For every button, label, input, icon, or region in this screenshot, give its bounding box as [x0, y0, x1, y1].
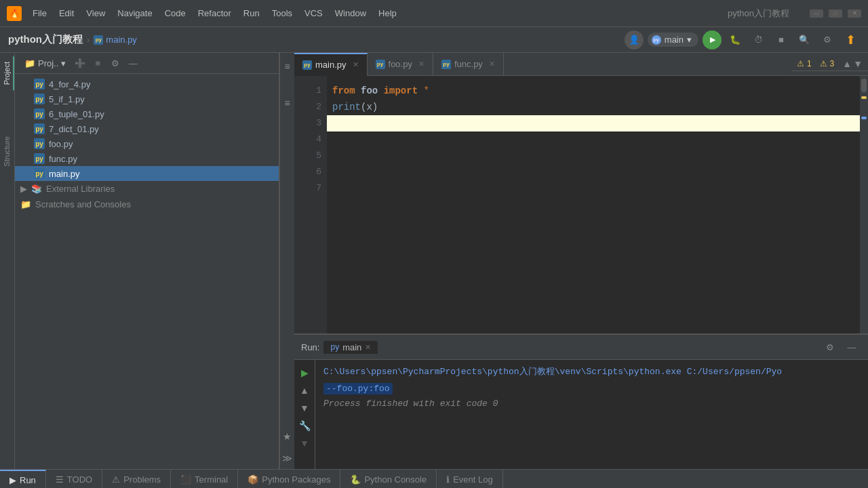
bottom-tab-python-console[interactable]: 🐍 Python Console — [340, 470, 437, 489]
project-folder-label[interactable]: 📁 Proj.. ▾ — [20, 57, 70, 70]
run-button[interactable] — [703, 30, 722, 49]
tree-item-4_for_4[interactable]: py 4_for_4.py — [15, 77, 279, 92]
tree-item-7_dict_01[interactable]: py 7_dict_01.py — [15, 121, 279, 136]
tab-icon-main: py — [302, 60, 312, 70]
tab-label-foo: foo.py — [389, 59, 412, 69]
run-wrench-button[interactable]: 🔧 — [297, 418, 312, 433]
line-num-4: 4 — [294, 131, 321, 148]
eventlog-tab-icon: ℹ — [446, 474, 450, 485]
run-panel-settings[interactable]: ⚙ — [821, 338, 840, 357]
run-restart-button[interactable]: ▶ — [297, 365, 312, 380]
run-config-selector[interactable]: py main ▾ — [648, 33, 698, 47]
menu-file[interactable]: File — [27, 5, 52, 21]
bottom-tab-terminal[interactable]: ⬛ Terminal — [171, 470, 238, 489]
menu-help[interactable]: Help — [373, 5, 402, 21]
menu-window[interactable]: Window — [330, 5, 372, 21]
run-down2-button[interactable]: ▼ — [297, 436, 312, 451]
sidebar-tab-project[interactable]: Project — [1, 56, 14, 90]
menu-tools[interactable]: Tools — [267, 5, 298, 21]
breadcrumb-file[interactable]: py main.py — [94, 35, 137, 45]
tree-item-6_tuple_01[interactable]: py 6_tuple_01.py — [15, 106, 279, 121]
tree-section-scratches[interactable]: 📁 Scratches and Consoles — [15, 197, 279, 212]
file-name-func: func.py — [49, 154, 77, 164]
window-controls: — □ ✕ — [810, 9, 861, 18]
editor-tab-foo[interactable]: py foo.py ✕ — [368, 53, 433, 76]
editor-tab-func[interactable]: py func.py ✕ — [433, 53, 504, 76]
tree-item-main[interactable]: py main.py — [15, 166, 279, 181]
fav-icon-0[interactable]: ≡ — [281, 58, 292, 75]
line-num-3: 3 — [294, 115, 321, 131]
breadcrumb-project[interactable]: python入门教程 — [8, 33, 83, 46]
bottom-tab-run[interactable]: ▶ Run — [0, 470, 46, 489]
run-tab-close[interactable]: ✕ — [365, 343, 371, 352]
menu-edit[interactable]: Edit — [54, 5, 79, 21]
editor-tab-main[interactable]: py main.py ✕ — [294, 53, 368, 76]
run-tab-main[interactable]: py main ✕ — [323, 341, 378, 354]
user-icon[interactable]: 👤 — [625, 30, 644, 49]
tab-close-func[interactable]: ✕ — [489, 60, 495, 68]
tree-minimize-button[interactable]: — — [125, 56, 140, 70]
bottom-tabs: ▶ Run ☰ TODO ⚠ Problems ⬛ Terminal 📦 Pyt… — [0, 469, 868, 488]
run-tab-icon-btn: ▶ — [9, 475, 16, 485]
run-path: C:\Users\ppsen\PycharmProjects\python入门教… — [323, 365, 860, 378]
debug-button[interactable]: 🐛 — [726, 30, 745, 49]
editor-scrollbar-thumb[interactable] — [861, 79, 867, 92]
run-tab-label: Run — [20, 475, 36, 485]
warning-count: 1 — [807, 59, 812, 68]
tree-item-5_if_1[interactable]: py 5_if_1.py — [15, 92, 279, 106]
breadcrumb-bar: python入门教程 › py main.py 👤 py main ▾ 🐛 ⏱ … — [0, 27, 868, 53]
menu-view[interactable]: View — [81, 5, 111, 21]
packages-tab-icon: 📦 — [248, 474, 258, 485]
fav-icon-1[interactable]: ≡ — [281, 95, 292, 111]
add-file-button[interactable]: ➕ — [73, 56, 87, 70]
run-panel-minimize[interactable]: — — [842, 338, 861, 357]
tab-close-main[interactable]: ✕ — [353, 60, 359, 69]
menu-run[interactable]: Run — [238, 5, 265, 21]
id-x: x — [366, 99, 372, 115]
run-up-button[interactable]: ▲ — [297, 383, 312, 398]
bottom-tab-todo[interactable]: ☰ TODO — [46, 470, 102, 489]
code-line-1: from foo import * — [332, 83, 860, 99]
tree-item-func[interactable]: py func.py — [15, 151, 279, 166]
bottom-tab-python-packages[interactable]: 📦 Python Packages — [238, 470, 340, 489]
profile-button[interactable]: ⏱ — [749, 30, 768, 49]
close-button[interactable]: ✕ — [848, 9, 861, 18]
code-editor[interactable]: 1 2 3 4 5 6 7 from foo import * — [294, 76, 868, 333]
tree-item-foo[interactable]: py foo.py — [15, 136, 279, 151]
run-panel: Run: py main ✕ ⚙ — ▶ — [294, 333, 868, 469]
todo-tab-label: TODO — [67, 474, 92, 485]
menu-vcs[interactable]: VCS — [299, 5, 328, 21]
tab-close-foo[interactable]: ✕ — [418, 60, 425, 68]
eventlog-tab-label: Event Log — [453, 474, 493, 485]
maximize-button[interactable]: □ — [829, 9, 842, 18]
stop-button[interactable]: ■ — [772, 30, 791, 49]
kw-print: print — [332, 99, 361, 115]
file-icon-foo: py — [34, 138, 45, 149]
code-content[interactable]: from foo import * print(x) — [327, 76, 860, 333]
update-icon[interactable]: ⬆ — [841, 30, 860, 49]
kw-star: * — [423, 83, 429, 99]
line-num-7: 7 — [294, 180, 321, 197]
search-button[interactable]: 🔍 — [795, 30, 814, 49]
tab-label-main: main.py — [315, 60, 347, 70]
menu-refactor[interactable]: Refactor — [193, 5, 237, 21]
menu-code[interactable]: Code — [159, 5, 191, 21]
bottom-tab-event-log[interactable]: ℹ Event Log — [437, 470, 503, 489]
run-down-button[interactable]: ▼ — [297, 401, 312, 415]
menu-navigate[interactable]: Navigate — [112, 5, 157, 21]
line-numbers: 1 2 3 4 5 6 7 — [294, 76, 327, 333]
settings-icon[interactable]: ⚙ — [818, 30, 837, 49]
packages-tab-label: Python Packages — [262, 474, 330, 485]
run-actions: ▶ ▲ ▼ 🔧 ▼ — [294, 360, 315, 469]
collapse-all-button[interactable]: ≡ — [90, 56, 105, 70]
run-content: C:\Users\ppsen\PycharmProjects\python入门教… — [315, 360, 868, 469]
nav-up-arrow[interactable]: ▲ — [842, 58, 852, 69]
fav-icon-star[interactable]: ★ — [280, 428, 294, 445]
nav-down-arrow[interactable]: ▼ — [853, 58, 863, 69]
tree-settings-button[interactable]: ⚙ — [108, 56, 123, 70]
bottom-tab-problems[interactable]: ⚠ Problems — [102, 470, 171, 489]
sidebar-tab-structure[interactable]: Structure — [1, 131, 14, 172]
minimize-button[interactable]: — — [810, 9, 823, 18]
fav-icon-more[interactable]: ≫ — [279, 450, 295, 466]
tree-section-external-libs[interactable]: ▶ 📚 External Libraries — [15, 181, 279, 197]
